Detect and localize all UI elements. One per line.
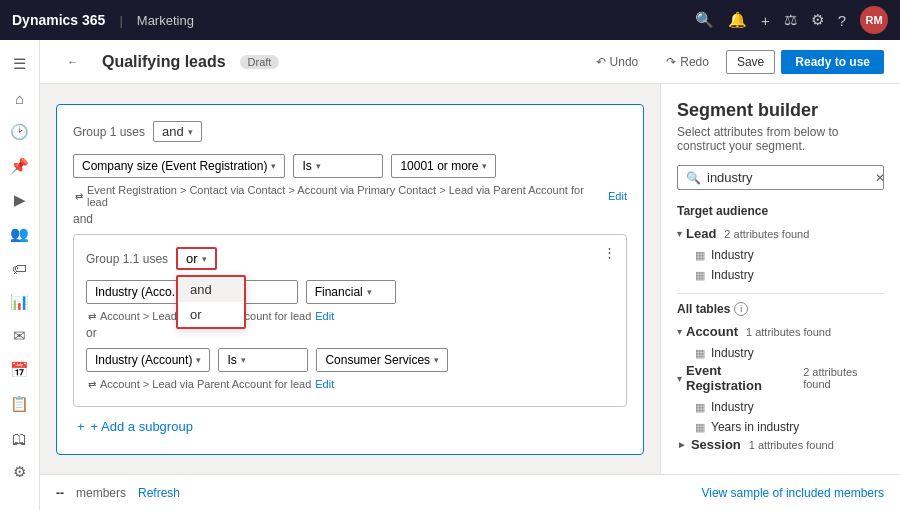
toolbar: ← Qualifying leads Draft ↶ Undo ↷ Redo S… (40, 40, 900, 84)
sidebar-home-icon[interactable]: ⌂ (4, 82, 36, 114)
module-name: Marketing (137, 13, 194, 28)
all-tables-header: All tables i (677, 302, 884, 316)
sidebar-book-icon[interactable]: 🕮 (4, 422, 36, 454)
session-section: ► Session 1 attributes found (677, 437, 884, 452)
value-select-consumer[interactable]: Consumer Services ▾ (316, 348, 448, 372)
panel-title: Segment builder (677, 100, 884, 121)
search-input[interactable] (707, 170, 875, 185)
dropdown-option-or[interactable]: or (178, 302, 244, 327)
search-box[interactable]: 🔍 ✕ (677, 165, 884, 190)
value-select-financial[interactable]: Financial ▾ (306, 280, 396, 304)
clear-icon[interactable]: ✕ (875, 171, 885, 185)
chevron-down-icon: ▾ (367, 287, 372, 297)
save-button[interactable]: Save (726, 50, 775, 74)
event-section-header[interactable]: ▾ Event Registration 2 attributes found (677, 363, 884, 393)
new-icon[interactable]: + (761, 12, 770, 29)
canvas: Group 1 uses and ▾ Company size (Event R… (40, 84, 660, 474)
sidebar: ☰ ⌂ 🕑 📌 ▶ 👥 🏷 📊 ✉ 📅 📋 🕮 ⚙ (0, 40, 40, 510)
view-sample-link[interactable]: View sample of included members (701, 486, 884, 500)
chevron-down-icon: ▾ (271, 161, 276, 171)
notification-icon[interactable]: 🔔 (728, 11, 747, 29)
subgroup11-condition2-row: Industry (Account) ▾ Is ▾ Consumer Servi… (86, 348, 614, 372)
subgroup11-operator-wrapper: or ▾ and or (176, 247, 217, 270)
path2-edit-link[interactable]: Edit (315, 378, 334, 390)
group1-operator-dropdown[interactable]: and ▾ (153, 121, 202, 142)
subgroup11-card: Group 1.1 uses or ▾ and or (73, 234, 627, 407)
bottom-bar: -- members Refresh View sample of includ… (40, 474, 900, 510)
info-icon[interactable]: i (734, 302, 748, 316)
lead-attr-industry-2[interactable]: ▦ Industry (677, 265, 884, 285)
session-section-header[interactable]: ► Session 1 attributes found (677, 437, 884, 452)
operator-select-is-2[interactable]: Is ▾ (218, 348, 308, 372)
subgroup-menu-icon[interactable]: ⋮ (603, 245, 616, 260)
event-attr-industry[interactable]: ▦ Industry (677, 397, 884, 417)
table-icon: ▦ (695, 347, 705, 360)
status-badge: Draft (240, 55, 280, 69)
chevron-down-icon: ▾ (677, 326, 682, 337)
search-icon[interactable]: 🔍 (695, 11, 714, 29)
account-section-header[interactable]: ▾ Account 1 attributes found (677, 324, 884, 339)
path-icon: ⇄ (88, 379, 96, 390)
help-icon[interactable]: ? (838, 12, 846, 29)
value-select-10001[interactable]: 10001 or more ▾ (391, 154, 496, 178)
settings-icon[interactable]: ⚙ (811, 11, 824, 29)
chevron-right-icon: ► (677, 439, 687, 450)
path-edit-link[interactable]: Edit (608, 190, 627, 202)
group1-condition-row: Company size (Event Registration) ▾ Is ▾… (73, 154, 627, 178)
sidebar-people-icon[interactable]: 👥 (4, 218, 36, 250)
ready-button[interactable]: Ready to use (781, 50, 884, 74)
sidebar-calendar-icon[interactable]: 📅 (4, 354, 36, 386)
subgroup11-operator-dropdown[interactable]: or ▾ (176, 247, 217, 270)
subgroup11-path1-row: ⇄ Account > Lead via Parent Account for … (86, 310, 614, 322)
page-title: Qualifying leads (102, 53, 226, 71)
chevron-down-icon: ▾ (241, 355, 246, 365)
undo-button[interactable]: ↶ Undo (585, 50, 650, 74)
refresh-link[interactable]: Refresh (138, 486, 180, 500)
redo-button[interactable]: ↷ Redo (655, 50, 720, 74)
sidebar-analytics-icon[interactable]: 📊 (4, 286, 36, 318)
sidebar-menu-icon[interactable]: ☰ (4, 48, 36, 80)
segment-panel: Segment builder Select attributes from b… (660, 84, 900, 474)
chevron-down-icon: ▾ (188, 127, 193, 137)
event-attr-years[interactable]: ▦ Years in industry (677, 417, 884, 437)
group1-logic: and (73, 212, 627, 226)
sidebar-pin-icon[interactable]: 📌 (4, 150, 36, 182)
account-attr-industry[interactable]: ▦ Industry (677, 343, 884, 363)
field-select-industry-account[interactable]: Industry (Account) ▾ (86, 348, 210, 372)
operator-select-is[interactable]: Is ▾ (293, 154, 383, 178)
table-icon: ▦ (695, 269, 705, 282)
path1-edit-link[interactable]: Edit (315, 310, 334, 322)
subgroup11-label: Group 1.1 uses (86, 252, 168, 266)
field-select-company-size[interactable]: Company size (Event Registration) ▾ (73, 154, 285, 178)
top-navigation: Dynamics 365 | Marketing 🔍 🔔 + ⚖ ⚙ ? RM (0, 0, 900, 40)
chevron-down-icon: ▾ (316, 161, 321, 171)
add-subgroup-button[interactable]: + + Add a subgroup (73, 415, 627, 438)
back-button[interactable]: ← (56, 50, 90, 74)
table-icon: ▦ (695, 421, 705, 434)
topnav-icons: 🔍 🔔 + ⚖ ⚙ ? RM (695, 6, 888, 34)
subgroup11-header: Group 1.1 uses or ▾ and or (86, 247, 614, 270)
sidebar-list-icon[interactable]: 📋 (4, 388, 36, 420)
chevron-down-icon: ▾ (434, 355, 439, 365)
chevron-down-icon: ▾ (202, 254, 207, 264)
plus-icon: + (77, 419, 85, 434)
path-icon: ⇄ (75, 191, 83, 202)
sidebar-play-icon[interactable]: ▶ (4, 184, 36, 216)
lead-attr-industry-1[interactable]: ▦ Industry (677, 245, 884, 265)
main-layout: ☰ ⌂ 🕑 📌 ▶ 👥 🏷 📊 ✉ 📅 📋 🕮 ⚙ ← Qualifying l… (0, 40, 900, 510)
nav-divider: | (119, 13, 122, 28)
sidebar-tag-icon[interactable]: 🏷 (4, 252, 36, 284)
sidebar-recent-icon[interactable]: 🕑 (4, 116, 36, 148)
group1-header: Group 1 uses and ▾ (73, 121, 627, 142)
divider (677, 293, 884, 294)
panel-subtitle: Select attributes from below to construc… (677, 125, 884, 153)
chevron-down-icon: ▾ (196, 355, 201, 365)
sidebar-email-icon[interactable]: ✉ (4, 320, 36, 352)
filter-icon[interactable]: ⚖ (784, 11, 797, 29)
toolbar-actions: ↶ Undo ↷ Redo Save Ready to use (585, 50, 884, 74)
lead-section-header[interactable]: ▾ Lead 2 attributes found (677, 226, 884, 241)
avatar[interactable]: RM (860, 6, 888, 34)
sidebar-settings2-icon[interactable]: ⚙ (4, 456, 36, 488)
dropdown-option-and[interactable]: and (178, 277, 244, 302)
path-icon: ⇄ (88, 311, 96, 322)
